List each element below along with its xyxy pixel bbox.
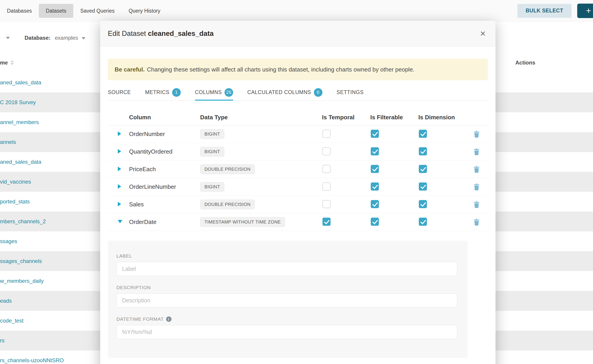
nav-tab-databases[interactable]: Databases [0,4,39,18]
bulk-select-button[interactable]: BULK SELECT [517,4,572,18]
tab-label: SETTINGS [337,89,364,95]
column-row-orderlinenumber: OrderLineNumberBIGINT [108,178,488,196]
data-type-pill: TIMESTAMP WITHOUT TIME ZONE [200,217,285,227]
nav-tab-datasets[interactable]: Datasets [39,4,73,18]
description-field-group: DESCRIPTION [116,285,459,307]
modal-tabs: SOURCEMETRICS1COLUMNS25CALCULATED COLUMN… [108,84,488,101]
name-column-header[interactable]: me [0,59,14,66]
is-temporal-checkbox[interactable] [323,200,330,208]
dataset-link[interactable]: w_members_daily [0,278,44,284]
datasets-page: DatabasesDatasetsSaved QueriesQuery Hist… [0,0,593,364]
dataset-link[interactable]: ssages_channels [0,258,42,264]
is-temporal-checkbox[interactable] [323,218,330,226]
label-field-group: LABEL [116,253,459,276]
dataset-link[interactable]: aned_sales_data [0,79,41,85]
tab-label: CALCULATED COLUMNS [247,89,311,95]
tab-settings[interactable]: SETTINGS [337,84,364,100]
dataset-link[interactable]: aned_sales_data [0,159,41,165]
is-temporal-checkbox[interactable] [323,147,330,155]
is-temporal-header: Is Temporal [322,114,370,121]
modal-header: Edit Dataset cleaned_sales_data × [100,21,495,46]
is-dimension-checkbox[interactable] [419,218,427,226]
tab-label: METRICS [145,89,170,95]
modal-title-prefix: Edit Dataset [108,30,146,38]
is-filterable-checkbox[interactable] [371,130,379,138]
trash-icon [473,148,480,155]
dataset-link[interactable]: rs [0,337,5,344]
expand-caret-icon[interactable] [118,149,121,154]
is-filterable-checkbox[interactable] [371,218,379,226]
expand-caret-icon[interactable] [118,202,121,206]
columns-table-header: Column Data Type Is Temporal Is Filterab… [108,110,488,125]
dataset-link[interactable]: eads [0,298,12,304]
close-icon[interactable]: × [480,29,486,38]
is-dimension-checkbox[interactable] [419,200,427,208]
modal-title: Edit Dataset cleaned_sales_data [108,30,214,38]
dataset-link[interactable]: code_test [0,318,23,324]
label-input[interactable] [116,262,457,276]
trash-icon [473,166,480,173]
column-header: Column [129,114,200,121]
trash-icon [473,130,480,138]
is-dimension-checkbox[interactable] [419,147,427,155]
sort-icon[interactable] [11,60,14,65]
is-temporal-checkbox[interactable] [323,130,330,138]
dataset-link[interactable]: vid_vaccines [0,179,31,185]
columns-table-body: OrderNumberBIGINTQuantityOrderedBIGINTPr… [108,125,488,231]
modal-body: Be careful. Changing these settings will… [100,59,495,358]
expand-caret-icon[interactable] [118,131,121,136]
column-row-quantityordered: QuantityOrderedBIGINT [108,143,488,161]
collapse-caret-icon[interactable] [118,220,122,223]
delete-column-button[interactable] [465,148,488,155]
expand-caret-icon[interactable] [118,184,121,189]
dataset-link[interactable]: C 2018 Survey [0,99,36,105]
nav-tab-query-history[interactable]: Query History [122,4,167,18]
dataset-link[interactable]: annels [0,139,16,145]
datetime-format-input[interactable] [116,325,457,339]
dataset-link[interactable]: ported_stats [0,198,30,205]
database-filter-select[interactable]: examples [55,35,85,41]
edit-dataset-modal: Edit Dataset cleaned_sales_data × Be car… [100,21,495,364]
delete-column-button[interactable] [465,219,488,226]
delete-column-button[interactable] [465,183,488,191]
info-icon[interactable]: i [166,316,171,322]
datetime-format-field-title: DATETIME FORMAT i [116,316,459,322]
is-dimension-checkbox[interactable] [419,130,427,138]
is-filterable-checkbox[interactable] [371,147,379,155]
delete-column-button[interactable] [465,166,488,173]
modal-dataset-name: cleaned_sales_data [148,30,214,38]
data-type-pill: BIGINT [200,182,224,192]
actions-column-header: Actions [515,59,535,66]
expand-caret-icon[interactable] [118,167,121,171]
tab-calculated-columns[interactable]: CALCULATED COLUMNS0 [247,84,323,100]
name-header-label: me [0,59,8,66]
tab-columns[interactable]: COLUMNS25 [195,84,233,100]
is-filterable-checkbox[interactable] [371,165,379,173]
trash-icon [473,219,480,226]
dataset-link[interactable]: ssages [0,238,17,244]
column-row-ordernumber: OrderNumberBIGINT [108,125,488,143]
dataset-link[interactable]: rs_channels-uzooNNtSRO [0,357,64,363]
tab-source[interactable]: SOURCE [108,84,131,100]
tab-count-badge: 0 [314,88,323,97]
add-dataset-button[interactable]: + [577,4,593,18]
dataset-link[interactable]: annel_members [0,119,39,125]
delete-column-button[interactable] [465,201,488,208]
is-temporal-checkbox[interactable] [323,182,330,191]
is-temporal-checkbox[interactable] [323,165,330,173]
is-dimension-checkbox[interactable] [419,165,427,173]
chevron-down-icon[interactable] [6,37,10,39]
dataset-link[interactable]: mbers_channels_2 [0,218,46,224]
nav-tab-saved-queries[interactable]: Saved Queries [73,4,122,18]
tab-metrics[interactable]: METRICS1 [145,84,181,100]
trash-icon [473,201,480,208]
is-filterable-checkbox[interactable] [371,182,379,191]
label-field-title: LABEL [116,253,459,259]
is-filterable-checkbox[interactable] [371,200,379,208]
chevron-down-icon [82,37,85,39]
database-filter-label: Database: [25,35,51,41]
is-dimension-checkbox[interactable] [419,182,427,191]
warning-alert-title: Be careful. [115,66,145,73]
delete-column-button[interactable] [465,130,488,138]
description-input[interactable] [116,293,457,307]
